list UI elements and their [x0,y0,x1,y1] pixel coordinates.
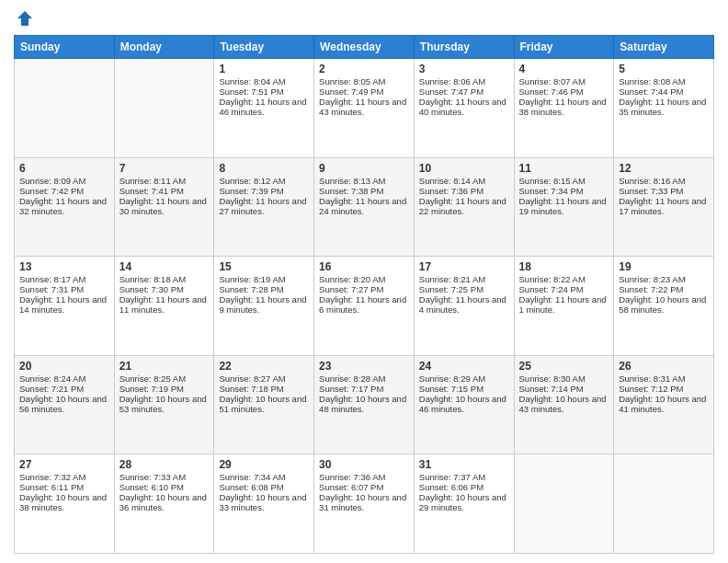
cell-detail: Daylight: 11 hours and 19 minutes. [519,196,609,216]
cell-detail: Daylight: 10 hours and 33 minutes. [219,492,309,512]
calendar-cell: 9Sunrise: 8:13 AMSunset: 7:38 PMDaylight… [314,157,415,257]
day-number: 26 [619,360,709,373]
calendar-cell: 6Sunrise: 8:09 AMSunset: 7:42 PMDaylight… [15,157,115,257]
day-number: 10 [419,162,509,175]
week-row-2: 6Sunrise: 8:09 AMSunset: 7:42 PMDaylight… [15,157,714,257]
day-header-monday: Monday [114,36,214,59]
calendar-cell: 12Sunrise: 8:16 AMSunset: 7:33 PMDayligh… [614,157,714,257]
cell-detail: Sunset: 7:51 PM [219,86,309,97]
day-number: 22 [219,360,309,373]
cell-detail: Sunrise: 8:28 AM [319,373,409,384]
calendar-cell: 1Sunrise: 8:04 AMSunset: 7:51 PMDaylight… [214,59,314,158]
calendar-cell: 11Sunrise: 8:15 AMSunset: 7:34 PMDayligh… [514,157,614,257]
cell-detail: Sunset: 7:25 PM [419,284,509,294]
cell-detail: Daylight: 10 hours and 41 minutes. [619,394,709,414]
logo [14,9,34,28]
day-number: 28 [119,458,210,471]
cell-detail: Sunset: 7:14 PM [519,384,609,394]
day-header-friday: Friday [514,36,614,59]
cell-detail: Sunset: 7:33 PM [619,186,709,196]
cell-detail: Daylight: 10 hours and 51 minutes. [219,394,309,414]
day-number: 9 [319,162,409,175]
day-number: 27 [19,458,109,471]
calendar-cell: 31Sunrise: 7:37 AMSunset: 6:06 PMDayligh… [414,454,514,554]
calendar-cell: 13Sunrise: 8:17 AMSunset: 7:31 PMDayligh… [15,257,115,356]
cell-detail: Sunrise: 8:24 AM [19,373,109,384]
cell-detail: Sunset: 7:47 PM [419,86,509,97]
cell-detail: Sunset: 7:27 PM [319,284,409,294]
cell-detail: Sunrise: 8:23 AM [619,274,709,284]
cell-detail: Daylight: 11 hours and 14 minutes. [19,294,109,315]
cell-detail: Sunset: 7:44 PM [619,86,709,97]
cell-detail: Sunset: 7:12 PM [619,384,709,394]
cell-detail: Sunrise: 8:17 AM [19,274,109,284]
svg-marker-0 [17,11,32,26]
calendar-cell: 14Sunrise: 8:18 AMSunset: 7:30 PMDayligh… [114,257,214,356]
day-number: 3 [419,63,509,75]
calendar-cell: 22Sunrise: 8:27 AMSunset: 7:18 PMDayligh… [214,355,314,454]
cell-detail: Sunset: 7:36 PM [419,186,509,196]
cell-detail: Daylight: 11 hours and 22 minutes. [419,196,509,216]
calendar-cell: 3Sunrise: 8:06 AMSunset: 7:47 PMDaylight… [414,59,514,158]
cell-detail: Sunrise: 7:32 AM [19,472,109,482]
cell-detail: Sunrise: 8:21 AM [419,274,509,284]
cell-detail: Daylight: 10 hours and 36 minutes. [119,492,210,512]
day-number: 7 [119,162,210,175]
day-number: 15 [219,260,309,273]
calendar-cell: 28Sunrise: 7:33 AMSunset: 6:10 PMDayligh… [114,454,214,554]
calendar-cell: 4Sunrise: 8:07 AMSunset: 7:46 PMDaylight… [514,59,614,158]
day-number: 19 [619,260,709,273]
cell-detail: Sunset: 7:42 PM [19,186,109,196]
calendar-cell [614,454,714,554]
week-row-1: 1Sunrise: 8:04 AMSunset: 7:51 PMDaylight… [15,59,714,158]
day-header-thursday: Thursday [414,36,514,59]
cell-detail: Sunset: 7:31 PM [19,284,109,294]
cell-detail: Daylight: 10 hours and 38 minutes. [19,492,109,512]
cell-detail: Sunrise: 8:18 AM [119,274,210,284]
cell-detail: Sunset: 7:49 PM [319,86,409,97]
calendar-cell: 15Sunrise: 8:19 AMSunset: 7:28 PMDayligh… [214,257,314,356]
day-number: 30 [319,458,409,471]
cell-detail: Daylight: 11 hours and 9 minutes. [219,294,309,315]
cell-detail: Sunrise: 8:30 AM [519,373,609,384]
day-number: 31 [419,458,509,471]
day-number: 6 [19,162,109,175]
cell-detail: Sunrise: 8:22 AM [519,274,609,284]
cell-detail: Sunrise: 7:36 AM [319,472,409,482]
day-number: 8 [219,162,309,175]
cell-detail: Sunset: 7:18 PM [219,384,309,394]
cell-detail: Sunrise: 7:33 AM [119,472,210,482]
calendar-cell: 19Sunrise: 8:23 AMSunset: 7:22 PMDayligh… [614,257,714,356]
day-number: 16 [319,260,409,273]
logo-text [14,9,34,28]
calendar-cell: 2Sunrise: 8:05 AMSunset: 7:49 PMDaylight… [314,59,415,158]
calendar-cell: 18Sunrise: 8:22 AMSunset: 7:24 PMDayligh… [514,257,614,356]
cell-detail: Sunrise: 8:13 AM [319,176,409,186]
cell-detail: Daylight: 11 hours and 43 minutes. [319,97,409,117]
day-number: 1 [219,63,309,75]
cell-detail: Daylight: 11 hours and 30 minutes. [119,196,210,216]
cell-detail: Daylight: 10 hours and 43 minutes. [519,394,609,414]
week-row-4: 20Sunrise: 8:24 AMSunset: 7:21 PMDayligh… [15,355,714,454]
cell-detail: Daylight: 10 hours and 56 minutes. [19,394,109,414]
cell-detail: Sunrise: 8:16 AM [619,176,709,186]
calendar-cell [114,59,214,158]
calendar-cell: 30Sunrise: 7:36 AMSunset: 6:07 PMDayligh… [314,454,415,554]
day-header-sunday: Sunday [15,36,115,59]
cell-detail: Sunset: 7:21 PM [19,384,109,394]
cell-detail: Daylight: 10 hours and 29 minutes. [419,492,509,512]
day-number: 24 [419,360,509,373]
cell-detail: Daylight: 11 hours and 1 minute. [519,294,609,315]
day-number: 21 [119,360,210,373]
cell-detail: Sunset: 6:07 PM [319,482,409,492]
calendar-table: SundayMondayTuesdayWednesdayThursdayFrid… [14,35,714,554]
day-number: 13 [19,260,109,273]
day-number: 4 [519,63,609,75]
cell-detail: Daylight: 11 hours and 38 minutes. [519,97,609,117]
day-number: 29 [219,458,309,471]
cell-detail: Daylight: 11 hours and 27 minutes. [219,196,309,216]
page: SundayMondayTuesdayWednesdayThursdayFrid… [0,0,728,563]
day-number: 17 [419,260,509,273]
cell-detail: Sunset: 7:41 PM [119,186,210,196]
cell-detail: Sunset: 7:17 PM [319,384,409,394]
